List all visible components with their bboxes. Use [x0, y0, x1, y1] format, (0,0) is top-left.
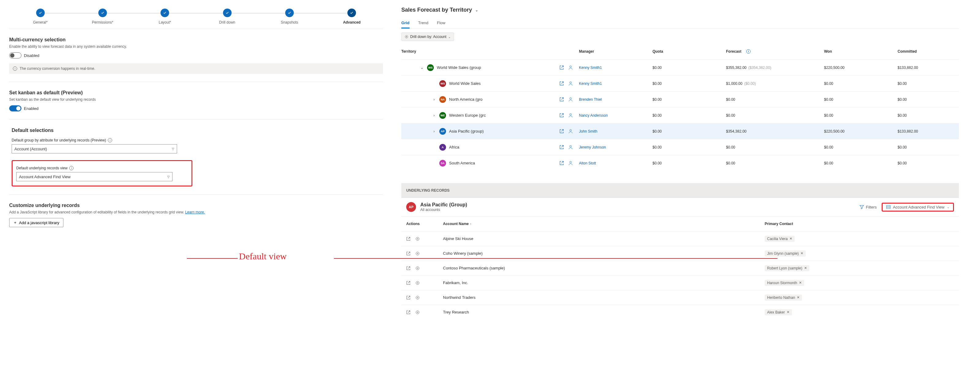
contact-tag[interactable]: Jim Glynn (sample)✕ [765, 250, 806, 257]
popout-icon[interactable] [559, 81, 564, 86]
ur-row[interactable]: Contoso Pharmaceuticals (sample) Robert … [401, 261, 959, 275]
popout-icon[interactable] [406, 310, 410, 315]
manager-link[interactable]: Kenny Smith1 [579, 81, 652, 86]
popout-icon[interactable] [406, 237, 410, 241]
contact-tag[interactable]: Robert Lyon (sample)✕ [765, 265, 809, 271]
account-name[interactable]: Contoso Pharmaceuticals (sample) [443, 266, 765, 270]
popout-icon[interactable] [559, 97, 564, 102]
user-icon[interactable] [568, 145, 573, 149]
account-name[interactable]: Fabrikam, Inc. [443, 280, 765, 285]
contact-tag[interactable]: Cacilia Viera✕ [765, 236, 795, 242]
remove-icon[interactable]: ✕ [789, 237, 792, 241]
remove-icon[interactable]: ✕ [797, 296, 800, 299]
grid-row[interactable]: A Africa Jeremy Johnson $0.00 $0.00 $0.0… [401, 139, 959, 155]
multi-currency-toggle[interactable]: Disabled [9, 52, 383, 59]
account-name[interactable]: Trey Research [443, 310, 765, 315]
account-name[interactable]: Coho Winery (sample) [443, 251, 765, 256]
col-manager[interactable]: Manager [579, 49, 652, 54]
remove-icon[interactable]: ✕ [799, 281, 802, 285]
tab-trend[interactable]: Trend [418, 18, 428, 29]
default-view-select[interactable]: Account Advanced Find View ▽ [16, 172, 172, 181]
expand-icon[interactable]: › [432, 97, 436, 102]
user-icon[interactable] [568, 97, 573, 102]
col-committed[interactable]: Committed [897, 49, 968, 54]
ur-row[interactable]: Trey Research Alex Baker✕ [401, 305, 959, 319]
popout-icon[interactable] [559, 161, 564, 165]
expand-icon[interactable]: › [432, 129, 436, 134]
col-quota[interactable]: Quota [652, 49, 726, 54]
add-js-library-button[interactable]: ＋ Add a javascript library [9, 218, 64, 227]
manager-link[interactable]: Jeremy Johnson [579, 145, 652, 149]
popout-icon[interactable] [406, 281, 410, 285]
info-icon[interactable]: i [69, 166, 73, 170]
contact-tag[interactable]: Heriberto Nathan✕ [765, 294, 802, 301]
add-icon[interactable] [415, 251, 420, 256]
step-label[interactable]: Drill down [196, 20, 258, 24]
col-account-name[interactable]: Account Name↑ [443, 222, 765, 226]
manager-link[interactable]: Kenny Smith1 [579, 65, 652, 70]
tab-flow[interactable]: Flow [437, 18, 445, 29]
forecast-title[interactable]: Sales Forecast by Territory ⌄ [401, 7, 959, 13]
remove-icon[interactable]: ✕ [804, 266, 807, 270]
expand-icon[interactable]: › [432, 113, 436, 118]
popout-icon[interactable] [559, 65, 564, 70]
step-circle[interactable] [223, 9, 232, 17]
remove-icon[interactable]: ✕ [787, 310, 789, 314]
view-selector-highlight[interactable]: Account Advanced Find View ⌄ [882, 203, 954, 211]
step-circle[interactable] [98, 9, 107, 17]
info-icon[interactable]: i [746, 49, 751, 54]
grid-row[interactable]: SA South America Alton Stott $0.00 $0.00… [401, 155, 959, 171]
account-name[interactable]: Northwind Traders [443, 295, 765, 300]
step-circle[interactable] [36, 9, 45, 17]
manager-link[interactable]: John Smith [579, 129, 652, 134]
tab-grid[interactable]: Grid [401, 18, 410, 29]
add-icon[interactable] [415, 266, 420, 270]
contact-tag[interactable]: Alex Baker✕ [765, 309, 792, 315]
popout-icon[interactable] [559, 145, 564, 149]
account-name[interactable]: Alpine Ski House [443, 236, 765, 241]
learn-more-link[interactable]: Learn more. [185, 210, 205, 215]
grid-row[interactable]: › AP Asia Pacific (group) John Smith $0.… [401, 123, 959, 139]
col-primary-contact[interactable]: Primary Contact [765, 222, 948, 226]
group-by-select[interactable]: Account (Account) ▽ [12, 144, 177, 153]
grid-row[interactable]: ⌄ WS World Wide Sales (group Kenny Smith… [401, 59, 959, 75]
grid-row[interactable]: › NA North America (gro Brenden Thiel $0… [401, 91, 959, 107]
ur-row[interactable]: Alpine Ski House Cacilia Viera✕ [401, 231, 959, 246]
popout-icon[interactable] [559, 129, 564, 134]
user-icon[interactable] [568, 65, 573, 70]
contact-tag[interactable]: Haroun Stormonth✕ [765, 280, 804, 286]
step-label[interactable]: Advanced [321, 20, 383, 24]
ur-row[interactable]: Northwind Traders Heriberto Nathan✕ [401, 290, 959, 305]
manager-link[interactable]: Nancy Andersson [579, 113, 652, 118]
add-icon[interactable] [415, 281, 420, 285]
col-won[interactable]: Won [824, 49, 897, 54]
add-icon[interactable] [415, 237, 420, 241]
step-label[interactable]: Snapshots [258, 20, 320, 24]
step-circle[interactable] [347, 9, 356, 17]
grid-row[interactable]: WS World Wide Sales Kenny Smith1 $0.00 $… [401, 75, 959, 91]
user-icon[interactable] [568, 81, 573, 86]
step-label[interactable]: General* [9, 20, 72, 24]
drill-down-chip[interactable]: Drill down by: Account ⌄ [401, 32, 454, 41]
manager-link[interactable]: Brenden Thiel [579, 97, 652, 102]
manager-link[interactable]: Alton Stott [579, 161, 652, 165]
add-icon[interactable] [415, 310, 420, 315]
kanban-toggle[interactable]: Enabled [9, 105, 383, 111]
step-circle[interactable] [285, 9, 294, 17]
remove-icon[interactable]: ✕ [800, 251, 803, 255]
step-label[interactable]: Layout* [134, 20, 196, 24]
user-icon[interactable] [568, 161, 573, 165]
col-forecast[interactable]: Forecasti [726, 49, 824, 54]
add-icon[interactable] [415, 296, 420, 300]
filters-button[interactable]: Filters [860, 205, 877, 210]
step-circle[interactable] [161, 9, 169, 17]
popout-icon[interactable] [406, 266, 410, 270]
popout-icon[interactable] [559, 113, 564, 118]
popout-icon[interactable] [406, 251, 410, 256]
user-icon[interactable] [568, 129, 573, 134]
step-label[interactable]: Permissions* [72, 20, 134, 24]
info-icon[interactable]: i [108, 138, 112, 142]
grid-row[interactable]: › WE Western Europe (grc Nancy Andersson… [401, 107, 959, 123]
ur-row[interactable]: Fabrikam, Inc. Haroun Stormonth✕ [401, 275, 959, 290]
popout-icon[interactable] [406, 296, 410, 300]
